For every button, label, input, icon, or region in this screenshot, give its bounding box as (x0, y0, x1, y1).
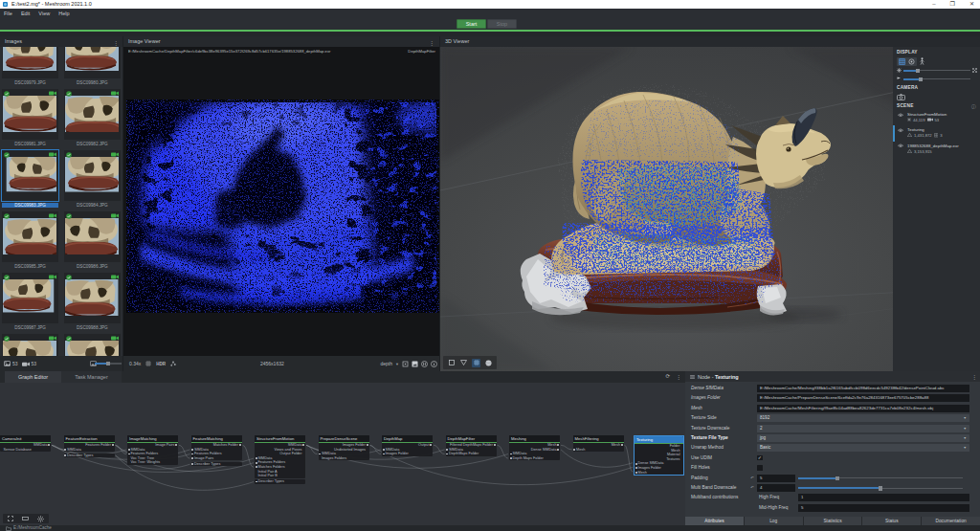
port-dot[interactable] (256, 466, 257, 468)
thumbnail-photo[interactable] (2, 150, 59, 201)
thumbnail-photo[interactable] (2, 334, 59, 356)
info-icon[interactable] (431, 361, 437, 367)
node-port[interactable]: Mesh (635, 471, 683, 476)
channel-select[interactable]: depth (381, 361, 393, 366)
graph-node-meshfiltering[interactable]: MeshFilteringMeshMesh (573, 435, 624, 452)
thumbnail-cell[interactable] (64, 334, 122, 356)
thumbnail-photo[interactable] (2, 273, 59, 323)
port-dot[interactable] (256, 481, 257, 483)
port-dot[interactable] (494, 444, 496, 446)
graph-settings-icon[interactable] (37, 516, 44, 522)
thumbnail-photo[interactable] (64, 211, 122, 262)
node-port[interactable]: Sensor Database (0, 448, 51, 453)
node-port[interactable]: Depth Maps Folder (509, 456, 560, 461)
visibility-eye-icon[interactable] (898, 144, 903, 148)
node-port[interactable]: Mesh (573, 448, 624, 453)
port-dot[interactable] (446, 449, 448, 451)
graph-more-icon[interactable]: ⋮ (676, 373, 681, 380)
graph-node-texturing[interactable]: TexturingFolderMeshMaterialTexturesDense… (634, 435, 684, 476)
origin-display-icon[interactable] (920, 57, 924, 65)
node-panel-menu-icon[interactable]: ⋮ (971, 373, 977, 380)
depth-map-image[interactable] (126, 100, 439, 313)
port-dot[interactable] (256, 462, 257, 464)
maximize-button[interactable]: ❐ (950, 0, 955, 9)
sphere-mode-icon[interactable] (484, 359, 493, 367)
port-dot[interactable] (383, 454, 385, 455)
node-port[interactable]: Describer Types (191, 462, 242, 467)
attribute-slider[interactable] (798, 488, 963, 489)
graph-node-featurematching[interactable]: FeatureMatchingMatches FolderSfMDataFeat… (191, 435, 242, 466)
textured-mode-icon[interactable] (472, 359, 480, 367)
thumbnail-photo[interactable] (64, 273, 122, 323)
thumbnail-cell[interactable]: DSC09987.JPG (2, 273, 59, 330)
port-dot[interactable] (430, 444, 432, 446)
graph-node-featureextraction[interactable]: FeatureExtractionFeatures FolderSfMDataD… (64, 435, 115, 457)
graph-node-camerainit[interactable]: CameraInitSfMDataSensor Database (0, 435, 51, 452)
tab-graph-editor[interactable]: Graph Editor (5, 371, 61, 383)
pixel-grid-icon[interactable] (145, 361, 151, 366)
graph-canvas[interactable]: CameraInitSfMDataSensor DatabaseFeatureE… (0, 383, 685, 525)
thumbnail-photo[interactable] (64, 47, 122, 78)
scene-media-entry[interactable]: 1988532688_depthMap.exr3,153,915 (893, 142, 980, 157)
visibility-eye-icon[interactable] (898, 128, 903, 133)
port-dot[interactable] (367, 444, 368, 446)
solid-mode-icon[interactable] (447, 359, 456, 367)
thumbnail-photo[interactable] (64, 150, 122, 201)
port-dot[interactable] (635, 467, 637, 469)
compare-icon[interactable] (421, 361, 428, 367)
attribute-value-input[interactable]: E:/MeshroomCache/Meshing/f38bb1a2f6165ab… (757, 385, 969, 392)
graph-node-imagematching[interactable]: ImageMatchingImage PairsSfMDataFeatures … (127, 435, 178, 465)
graph-refresh-icon[interactable]: ⟳ (665, 373, 670, 380)
node-port[interactable]: Voc Tree: Weights (127, 460, 178, 465)
graph-link-icon[interactable] (170, 361, 176, 366)
port-dot[interactable] (621, 444, 623, 446)
attribute-dropdown[interactable]: Basic▼ (757, 444, 969, 452)
port-dot[interactable] (191, 463, 193, 465)
graph-node-structurefrommotion[interactable]: StructureFromMotionSfMDataViews and Pose… (255, 435, 305, 484)
thumbnail-cell[interactable]: DSC09979.JPG (2, 47, 59, 85)
port-dot[interactable] (239, 444, 241, 446)
node-port[interactable]: SfMData (64, 448, 115, 453)
port-dot[interactable] (191, 449, 193, 451)
tab-documentation[interactable]: Documentation (922, 517, 980, 525)
port-dot[interactable] (191, 457, 193, 459)
fixed-size-icon[interactable] (972, 68, 977, 73)
reset-value-icon[interactable]: ↶ (750, 476, 754, 480)
graph-node-meshing[interactable]: MeshingMeshDense SfMDataSfMDataDepth Map… (509, 435, 560, 460)
crop-icon[interactable] (402, 361, 409, 367)
thumbnail-cell[interactable]: DSC09982.JPG (64, 89, 122, 146)
port-dot[interactable] (557, 444, 559, 446)
thumbnail-photo[interactable] (2, 89, 59, 140)
node-port[interactable]: Images Folder (382, 452, 433, 456)
thumbnail-photo[interactable] (64, 334, 122, 356)
thumbnail-cell[interactable]: DSC09988.JPG (64, 273, 122, 330)
port-dot[interactable] (510, 454, 512, 455)
grid-display-icon[interactable] (899, 58, 905, 65)
node-port[interactable]: Images Folders (319, 456, 369, 461)
thumbnail-photo[interactable] (2, 47, 59, 78)
wireframe-mode-icon[interactable] (459, 359, 468, 367)
thumbnail-size-slider[interactable] (95, 363, 122, 365)
attribute-dropdown[interactable]: 8192▼ (757, 414, 969, 422)
port-dot[interactable] (128, 454, 130, 455)
scene-media-entry[interactable]: Texturing1,431,8723 (893, 125, 980, 142)
port-dot[interactable] (510, 457, 512, 459)
minimize-button[interactable]: – (932, 0, 935, 9)
thumbnail-cell[interactable]: DSC09981.JPG (2, 89, 59, 146)
thumbnail-photo[interactable] (2, 211, 59, 262)
menu-item-file[interactable]: File (4, 11, 12, 16)
image-viewer-menu-icon[interactable]: ⋮ (429, 38, 434, 49)
stop-button[interactable]: Stop (487, 19, 517, 29)
snapshot-icon[interactable] (412, 361, 418, 367)
scene-media-entry[interactable]: StructureFromMotion44,11953 (893, 110, 980, 125)
attribute-dropdown[interactable]: 2▼ (757, 425, 969, 432)
graph-node-depthmap[interactable]: DepthMapOutputSfMDataImages Folder (382, 435, 433, 456)
port-dot[interactable] (319, 454, 321, 455)
camera-reset-icon[interactable] (897, 94, 905, 100)
node-port[interactable]: DepthMaps Folder (446, 452, 497, 456)
port-dot[interactable] (383, 449, 385, 451)
port-dot[interactable] (446, 454, 448, 455)
fit-view-icon[interactable] (8, 516, 13, 521)
minimap-icon[interactable] (22, 517, 29, 520)
port-dot[interactable] (557, 449, 559, 451)
